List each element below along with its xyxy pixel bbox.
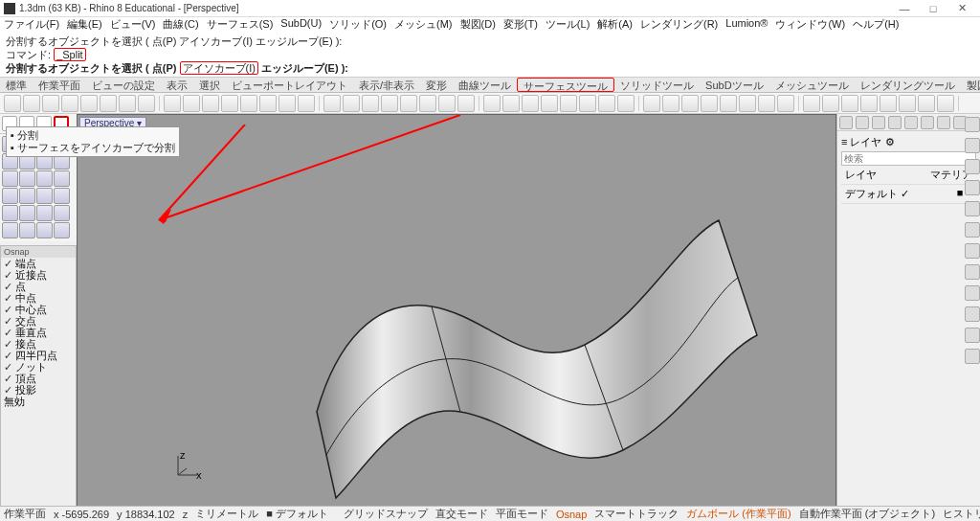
side-icon[interactable]	[965, 243, 980, 259]
toolbar-button[interactable]	[918, 95, 935, 112]
osnap-item[interactable]: 点	[1, 281, 76, 292]
panel-icon[interactable]	[856, 116, 869, 129]
toolbar-tab[interactable]: ソリッドツール	[614, 78, 700, 92]
palette-tool[interactable]	[54, 170, 70, 187]
toolbar-button[interactable]	[259, 95, 277, 112]
palette-tool[interactable]	[2, 205, 18, 221]
toolbar-button[interactable]	[42, 95, 59, 112]
toolbar-tab[interactable]: 変形	[420, 78, 453, 92]
palette-tool[interactable]	[36, 170, 53, 187]
command-prompt[interactable]: 分割するオブジェクトを選択 ( 点(P) アイソカーブ(I) エッジループ(E)…	[6, 61, 974, 75]
toolbar-button[interactable]	[822, 95, 839, 112]
palette-tool[interactable]	[19, 170, 35, 187]
toolbar-tab[interactable]: メッシュツール	[769, 78, 855, 92]
maximize-button[interactable]: □	[919, 3, 947, 14]
menu-item[interactable]: ビュー(V)	[110, 17, 156, 33]
palette-tool[interactable]	[19, 205, 35, 221]
toolbar-button[interactable]	[343, 95, 360, 112]
toolbar-tab-surface[interactable]: サーフェスツール	[517, 78, 614, 92]
palette-tool[interactable]	[36, 188, 53, 204]
toolbar-tab[interactable]: 表示	[161, 78, 193, 92]
toolbar-button[interactable]	[362, 95, 379, 112]
toolbar-tab[interactable]: 製図	[961, 78, 980, 92]
palette-tool[interactable]	[2, 222, 18, 238]
osnap-item[interactable]: 端点	[1, 258, 76, 269]
toolbar-tab[interactable]: 表示/非表示	[353, 78, 420, 92]
toolbar-button[interactable]	[138, 95, 155, 112]
menu-item[interactable]: メッシュ(M)	[394, 17, 453, 33]
toolbar-button[interactable]	[720, 95, 737, 112]
toolbar-button[interactable]	[541, 95, 558, 112]
palette-tool[interactable]	[54, 188, 70, 204]
side-icon[interactable]	[965, 201, 980, 216]
toolbar-button[interactable]	[4, 95, 21, 112]
palette-tool[interactable]	[54, 205, 70, 221]
side-icon[interactable]	[965, 138, 980, 153]
toolbar-button[interactable]	[183, 95, 200, 112]
panel-icon[interactable]	[937, 116, 950, 129]
toolbar-button[interactable]	[438, 95, 456, 112]
toolbar-button[interactable]	[381, 95, 398, 112]
panel-icon[interactable]	[921, 116, 934, 129]
toolbar-button[interactable]	[643, 95, 660, 112]
toolbar-button[interactable]	[164, 95, 181, 112]
toolbar-button[interactable]	[662, 95, 679, 112]
side-icon[interactable]	[965, 306, 980, 322]
panel-icon[interactable]	[904, 116, 918, 129]
menu-item[interactable]: レンダリング(R)	[640, 17, 718, 33]
osnap-disabled[interactable]: 無効	[1, 396, 76, 407]
toolbar-button[interactable]	[739, 95, 756, 112]
toolbar-tab[interactable]: ビューポートレイアウト	[226, 78, 353, 92]
menu-item[interactable]: ファイル(F)	[4, 17, 59, 33]
toolbar-tab[interactable]: SubDツール	[700, 78, 769, 92]
toolbar-button[interactable]	[202, 95, 219, 112]
menu-item[interactable]: ツール(L)	[546, 17, 590, 33]
toolbar-button[interactable]	[23, 95, 40, 112]
toolbar-button[interactable]	[61, 95, 78, 112]
osnap-item[interactable]: 頂点	[1, 373, 76, 384]
osnap-item[interactable]: 垂直点	[1, 327, 76, 338]
close-button[interactable]: ✕	[947, 2, 976, 14]
osnap-item[interactable]: 近接点	[1, 269, 76, 281]
toolbar-button[interactable]	[681, 95, 699, 112]
toolbar-tab[interactable]: 曲線ツール	[453, 78, 517, 92]
toolbar-button[interactable]	[579, 95, 596, 112]
toolbar-button[interactable]	[701, 95, 718, 112]
toolbar-button[interactable]	[777, 95, 794, 112]
side-icon[interactable]	[965, 328, 980, 343]
toolbar-button[interactable]	[758, 95, 775, 112]
toolbar-button[interactable]	[841, 95, 858, 112]
toolbar-button[interactable]	[899, 95, 916, 112]
side-icon[interactable]	[965, 159, 980, 174]
toolbar-button[interactable]	[80, 95, 98, 112]
menu-item[interactable]: 変形(T)	[503, 17, 538, 33]
menu-item[interactable]: サーフェス(S)	[207, 17, 274, 33]
palette-tool[interactable]	[36, 205, 53, 221]
toolbar-button[interactable]	[803, 95, 820, 112]
osnap-item[interactable]: 四半円点	[1, 350, 76, 361]
palette-tool[interactable]	[54, 222, 70, 238]
menu-item[interactable]: 編集(E)	[67, 17, 102, 33]
toolbar-button[interactable]	[419, 95, 436, 112]
side-icon[interactable]	[965, 349, 980, 364]
palette-tool[interactable]	[19, 188, 35, 204]
toolbar-tab[interactable]: 選択	[193, 78, 226, 92]
toolbar-button[interactable]	[240, 95, 257, 112]
side-icon[interactable]	[965, 222, 980, 238]
palette-tool[interactable]	[36, 222, 53, 238]
layer-search[interactable]	[841, 151, 976, 166]
toolbar-button[interactable]	[400, 95, 417, 112]
menu-item[interactable]: 解析(A)	[597, 17, 633, 33]
toolbar-tab[interactable]: 標準	[0, 78, 33, 92]
osnap-item[interactable]: 交点	[1, 315, 76, 327]
menu-item[interactable]: ウィンドウ(W)	[775, 17, 845, 33]
toolbar-button[interactable]	[323, 95, 341, 112]
palette-tool[interactable]	[19, 222, 35, 238]
toolbar-button[interactable]	[560, 95, 577, 112]
toolbar-button[interactable]	[221, 95, 238, 112]
toolbar-button[interactable]	[937, 95, 954, 112]
side-icon[interactable]	[965, 180, 980, 195]
toolbar-button[interactable]	[617, 95, 635, 112]
side-icon[interactable]	[965, 285, 980, 301]
toolbar-button[interactable]	[598, 95, 615, 112]
